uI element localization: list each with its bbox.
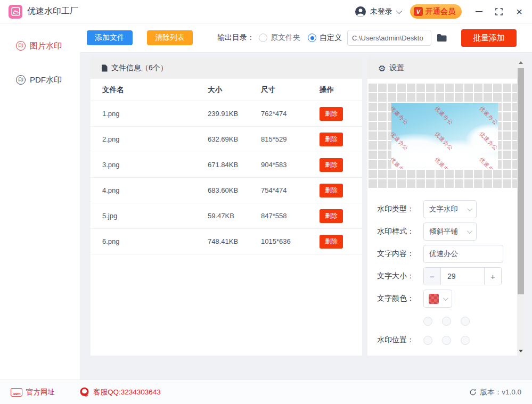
scroll-up-arrow[interactable]: [517, 57, 525, 67]
watermark-text: 优速办公: [433, 105, 455, 127]
table-row: 2.png 632.69KB 815*529 删除: [91, 127, 362, 152]
text-size-label: 文字大小：: [377, 271, 423, 281]
position-top-right[interactable]: [461, 317, 470, 326]
text-color-picker[interactable]: [423, 290, 452, 308]
customer-service-icon: [79, 387, 89, 397]
close-icon: ×: [516, 7, 522, 16]
file-size: 671.84KB: [208, 161, 261, 169]
increase-size-button[interactable]: +: [484, 268, 501, 285]
delete-file-button[interactable]: 删除: [320, 158, 343, 172]
minimize-button[interactable]: [474, 7, 483, 16]
sidebar: 印 图片水印 印 PDF水印: [0, 23, 80, 380]
file-size: 748.41KB: [208, 237, 261, 245]
table-header: 文件名 大小 尺寸 操作: [91, 79, 362, 101]
radio-original-folder[interactable]: [259, 34, 267, 42]
scrollbar-thumb[interactable]: [518, 68, 524, 294]
settings-scrollbar[interactable]: [517, 57, 525, 356]
open-vip-button[interactable]: V 开通会员: [410, 4, 462, 19]
version-info: 版本：v1.0.0: [469, 387, 521, 397]
user-avatar-icon: [355, 6, 366, 18]
batch-add-button[interactable]: 批量添加: [461, 29, 517, 47]
delete-file-button[interactable]: 删除: [320, 235, 343, 249]
settings-title: 设置: [389, 63, 404, 73]
radio-original-label[interactable]: 原文件夹: [271, 33, 300, 43]
file-name: 6.png: [102, 237, 208, 245]
login-menu[interactable]: 未登录: [355, 6, 400, 18]
chevron-down-icon: [467, 206, 472, 211]
sidebar-item-label: 图片水印: [30, 41, 62, 51]
color-swatch: [429, 294, 439, 304]
decrease-size-button[interactable]: −: [424, 268, 441, 285]
watermark-type-label: 水印类型：: [377, 204, 423, 214]
title-bar: 优速水印工厂 未登录 V 开通会员: [0, 0, 532, 23]
sidebar-item-pdf-watermark[interactable]: 印 PDF水印: [0, 68, 80, 92]
delete-file-button[interactable]: 删除: [320, 209, 343, 223]
sidebar-item-image-watermark[interactable]: 印 图片水印: [0, 34, 80, 57]
file-name: 3.png: [102, 161, 208, 169]
table-row: 5.jpg 59.47KB 847*558 删除: [91, 203, 362, 229]
scroll-down-arrow[interactable]: [517, 346, 525, 356]
file-name: 5.jpg: [102, 212, 208, 220]
col-size: 大小: [208, 85, 261, 95]
table-row: 1.png 239.91KB 762*474 删除: [91, 101, 362, 127]
watermark-style-value: 倾斜平铺: [429, 227, 462, 236]
close-button[interactable]: ×: [515, 7, 523, 16]
stamp-icon: 印: [16, 41, 26, 51]
watermark-type-select[interactable]: 文字水印: [423, 200, 477, 218]
delete-file-button[interactable]: 删除: [320, 184, 343, 197]
watermark-text: 优速办公: [391, 105, 410, 127]
radio-custom-folder[interactable]: [308, 34, 316, 42]
watermark-position-label: 水印位置：: [377, 335, 423, 345]
preview-transparency-grid: 优速办公 优速办公 优速办公 优速办公 优速办公 优速办公 优速办公 优速办公 …: [367, 83, 517, 189]
vip-button-label: 开通会员: [425, 7, 455, 17]
position-top-center[interactable]: [442, 317, 451, 326]
table-row: 4.png 683.60KB 754*474 删除: [91, 178, 362, 203]
position-top-left[interactable]: [423, 317, 432, 326]
watermark-text: 优速办公: [478, 105, 498, 127]
official-website-link[interactable]: .com 官方网址: [11, 387, 55, 397]
app-window: 优速水印工厂 未登录 V 开通会员: [0, 0, 532, 404]
refresh-icon[interactable]: [469, 389, 477, 396]
settings-form: 水印类型： 文字水印 水印样式： 倾斜平铺 文字内容：: [377, 200, 517, 354]
file-size: 683.60KB: [208, 186, 261, 194]
radio-custom-label[interactable]: 自定义: [320, 33, 342, 43]
text-content-input[interactable]: [423, 245, 503, 263]
file-name: 4.png: [102, 186, 208, 194]
customer-service-link[interactable]: 客服QQ:3234303643: [79, 387, 161, 397]
watermark-style-select[interactable]: 倾斜平铺: [423, 222, 477, 241]
output-path-input[interactable]: [347, 30, 431, 46]
position-middle-center[interactable]: [442, 336, 451, 345]
file-dims: 762*474: [261, 110, 320, 118]
stamp-icon: 印: [16, 75, 26, 85]
chevron-down-icon: [396, 7, 402, 13]
text-size-value[interactable]: 29: [441, 268, 484, 285]
chevron-down-icon: [443, 295, 448, 301]
text-content-label: 文字内容：: [377, 249, 423, 259]
col-dims: 尺寸: [261, 85, 320, 95]
version-label: 版本：v1.0.0: [480, 387, 521, 397]
file-name: 2.png: [102, 135, 208, 143]
watermark-preview-image: 优速办公 优速办公 优速办公 优速办公 优速办公 优速办公 优速办公 优速办公 …: [391, 103, 498, 169]
settings-panel: ⚙ 设置 优速办公 优速办公 优速办公 优速办公 优速办公 优速办公 优速办公 …: [367, 57, 525, 356]
delete-file-button[interactable]: 删除: [320, 107, 343, 121]
file-dims: 754*474: [261, 186, 320, 194]
gear-icon: ⚙: [378, 63, 386, 73]
add-files-button[interactable]: 添加文件: [87, 30, 133, 45]
delete-file-button[interactable]: 删除: [320, 133, 343, 146]
text-size-stepper: − 29 +: [423, 267, 502, 285]
maximize-button[interactable]: [495, 7, 503, 16]
clear-list-button[interactable]: 清除列表: [147, 30, 193, 45]
file-size: 59.47KB: [208, 212, 261, 220]
watermark-type-value: 文字水印: [429, 204, 462, 214]
file-name: 1.png: [102, 110, 208, 118]
position-middle-left[interactable]: [423, 336, 432, 345]
browse-folder-icon[interactable]: [437, 34, 447, 42]
main-area: 添加文件 清除列表 输出目录： 原文件夹 自定义 批量添加 文件: [80, 23, 532, 380]
output-dir-label: 输出目录：: [217, 33, 255, 43]
file-info-panel: 文件信息（6个） 文件名 大小 尺寸 操作 1.png 239.91KB 762…: [91, 57, 362, 356]
position-middle-right[interactable]: [461, 336, 470, 345]
settings-panel-header: ⚙ 设置: [367, 57, 525, 79]
text-color-label: 文字颜色：: [377, 294, 423, 303]
website-icon: .com: [11, 388, 22, 397]
document-icon: [101, 64, 108, 72]
